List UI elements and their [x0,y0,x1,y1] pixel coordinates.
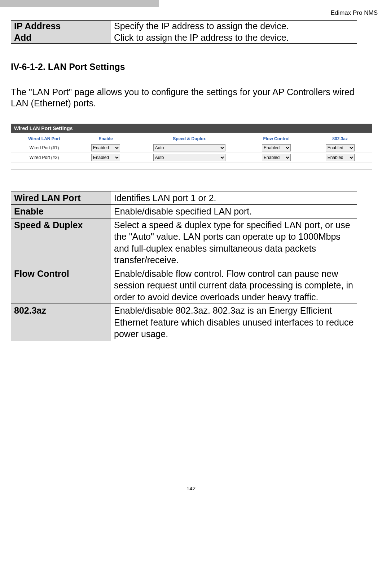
wired-lan-port-label: Wired LAN Port [11,191,111,205]
panel-title: Wired LAN Port Settings [11,124,372,133]
add-desc: Click to assign the IP address to the de… [111,32,357,44]
lan-port-table: Wired LAN Port Enable Speed & Duplex Flo… [11,135,372,163]
flow-select[interactable]: Enabled [262,154,291,161]
section-heading: IV-6-1-2. LAN Port Settings [11,62,371,72]
port-name: Wired Port (#2) [11,152,77,162]
enable-desc: Enable/disable specified LAN port. [111,205,357,218]
ip-address-desc: Specify the IP address to assign the dev… [111,21,357,32]
wired-lan-port-desc: Identifies LAN port 1 or 2. [111,191,357,205]
speed-duplex-desc: Select a speed & duplex type for specifi… [111,218,357,267]
col-az: 802.3az [308,135,372,143]
header-product-name: Edimax Pro NMS [0,7,382,17]
az-label: 802.3az [11,304,111,341]
description-table: Wired LAN Port Identifies LAN port 1 or … [11,191,357,341]
flow-select[interactable]: Enabled [262,144,291,151]
intro-paragraph: The "LAN Port" page allows you to config… [11,87,371,109]
flow-control-label: Flow Control [11,267,111,304]
top-grey-bar [0,0,159,7]
add-label: Add [11,32,111,44]
col-port: Wired LAN Port [11,135,77,143]
enable-select[interactable]: Enabled [91,154,120,161]
enable-select[interactable]: Enabled [91,144,120,151]
az-select[interactable]: Enabled [326,144,355,151]
port-name: Wired Port (#1) [11,143,77,152]
intro-table: IP Address Specify the IP address to ass… [11,20,357,44]
speed-select[interactable]: Auto [153,144,225,151]
enable-label: Enable [11,205,111,218]
az-select[interactable]: Enabled [326,154,355,161]
ip-address-label: IP Address [11,21,111,32]
col-speed: Speed & Duplex [134,135,245,143]
speed-select[interactable]: Auto [153,154,225,161]
wired-lan-settings-panel: Wired LAN Port Settings Wired LAN Port E… [11,124,372,169]
page-number: 142 [0,485,382,494]
speed-duplex-label: Speed & Duplex [11,218,111,267]
col-flow: Flow Control [245,135,308,143]
col-enable: Enable [77,135,134,143]
table-row: Wired Port (#1) Enabled Auto Enabled Ena… [11,143,372,152]
flow-control-desc: Enable/disable flow control. Flow contro… [111,267,357,304]
az-desc: Enable/disable 802.3az. 802.3az is an En… [111,304,357,341]
table-row: Wired Port (#2) Enabled Auto Enabled Ena… [11,152,372,162]
